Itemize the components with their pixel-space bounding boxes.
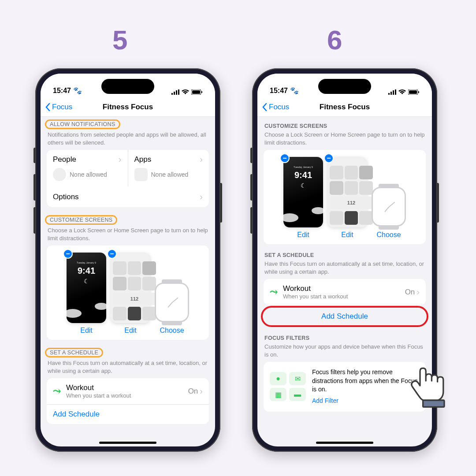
lock-screen-thumb[interactable]: Tuesday, January 9 9:41 ☾ − Edit xyxy=(67,253,106,335)
workout-row[interactable]: ⤳ WorkoutWhen you start a workout On› xyxy=(47,378,209,404)
phone-mockup-5: 15:47🐾 Focus Fitness Focus ALLOW NOTIFIC… xyxy=(35,68,220,452)
workout-row[interactable]: ⤳ WorkoutWhen you start a workout On› xyxy=(264,279,426,305)
remove-icon[interactable]: − xyxy=(107,249,117,259)
watch-icon xyxy=(372,187,406,227)
customize-screens-desc: Choose a Lock Screen or Home Screen page… xyxy=(41,226,215,245)
edit-button[interactable]: Edit xyxy=(67,327,106,335)
focus-filters-desc: Customize how your apps and device behav… xyxy=(257,342,432,362)
svg-rect-7 xyxy=(388,93,390,95)
apps-cell[interactable]: Apps› None allowed xyxy=(128,150,209,186)
options-row[interactable]: Options› xyxy=(47,186,209,207)
remove-icon[interactable]: − xyxy=(324,153,334,163)
svg-rect-9 xyxy=(393,90,394,95)
nav-bar: Focus Fitness Focus xyxy=(257,97,432,117)
highlight-oval: CUSTOMIZE SCREENS xyxy=(45,215,117,225)
chevron-left-icon xyxy=(45,103,50,112)
svg-rect-14 xyxy=(423,400,444,407)
mail-icon: ✉ xyxy=(289,372,306,385)
set-schedule-desc: Have this Focus turn on automatically at… xyxy=(257,259,432,279)
running-icon: ⤳ xyxy=(53,386,61,397)
chevron-right-icon: › xyxy=(119,154,122,164)
home-indicator[interactable] xyxy=(316,442,373,444)
wifi-icon xyxy=(182,89,189,95)
messages-icon: ● xyxy=(270,372,286,385)
svg-rect-13 xyxy=(418,91,419,93)
edit-button[interactable]: Edit xyxy=(111,327,150,335)
nav-bar: Focus Fitness Focus xyxy=(41,97,215,117)
set-schedule-header: SET A SCHEDULE xyxy=(41,340,215,358)
chevron-right-icon: › xyxy=(416,287,420,297)
customize-screens-desc: Choose a Lock Screen or Home Screen page… xyxy=(257,130,432,150)
battery-icon: ▬ xyxy=(289,388,306,401)
step-number-6: 6 xyxy=(327,24,342,56)
add-filter-button[interactable]: Add Filter xyxy=(312,397,420,405)
dynamic-island xyxy=(318,79,371,94)
status-icons xyxy=(171,89,203,95)
svg-rect-6 xyxy=(201,91,202,93)
home-screen-thumb[interactable]: 112 − Edit xyxy=(327,157,367,239)
remove-icon[interactable]: − xyxy=(63,249,73,259)
pointer-hand-icon xyxy=(405,361,454,410)
svg-rect-10 xyxy=(395,89,396,95)
paw-icon: 🐾 xyxy=(73,86,82,95)
screens-card: Tuesday, January 9 9:41 ☾ − Edit 112 xyxy=(264,150,426,244)
svg-rect-3 xyxy=(178,89,179,95)
step-number-5: 5 xyxy=(112,24,127,56)
add-schedule-button[interactable]: Add Schedule xyxy=(263,308,427,325)
set-schedule-desc: Have this Focus turn on automatically at… xyxy=(41,358,215,378)
highlight-oval: SET A SCHEDULE xyxy=(45,348,103,357)
add-schedule-button[interactable]: Add Schedule xyxy=(47,404,209,424)
watch-thumb[interactable]: Choose xyxy=(155,283,189,335)
watch-thumb[interactable]: Choose xyxy=(372,187,406,239)
back-button[interactable]: Focus xyxy=(257,103,289,112)
filter-body: Focus filters help you remove distractio… xyxy=(312,368,418,393)
svg-rect-5 xyxy=(192,90,200,94)
svg-rect-1 xyxy=(174,92,175,95)
running-icon: ⤳ xyxy=(270,286,278,298)
svg-rect-0 xyxy=(171,93,173,95)
svg-rect-12 xyxy=(409,90,417,94)
watch-icon xyxy=(155,283,189,322)
chevron-right-icon: › xyxy=(200,192,203,202)
svg-rect-2 xyxy=(176,90,177,95)
customize-screens-header: CUSTOMIZE SCREENS xyxy=(41,207,215,226)
chevron-right-icon: › xyxy=(200,154,203,164)
app-placeholder xyxy=(134,168,148,181)
chevron-right-icon: › xyxy=(200,386,203,396)
svg-rect-8 xyxy=(390,92,392,95)
dynamic-island xyxy=(101,79,154,94)
filter-icons: ● ✉ ▦ ▬ xyxy=(270,372,306,401)
highlight-oval: ALLOW NOTIFICATIONS xyxy=(45,119,120,129)
edit-button[interactable]: Edit xyxy=(327,231,367,239)
calendar-icon: ▦ xyxy=(270,388,286,401)
home-screen-thumb[interactable]: 112 − Edit xyxy=(111,253,150,335)
home-indicator[interactable] xyxy=(99,442,156,444)
allow-notifications-desc: Notifications from selected people and a… xyxy=(41,130,215,150)
avatar-placeholder xyxy=(53,168,66,181)
customize-screens-header: CUSTOMIZE SCREENS xyxy=(257,115,432,130)
people-cell[interactable]: People› None allowed xyxy=(47,150,128,186)
status-icons xyxy=(388,89,420,95)
back-button[interactable]: Focus xyxy=(41,103,72,112)
choose-button[interactable]: Choose xyxy=(155,327,189,335)
lock-screen-thumb[interactable]: Tuesday, January 9 9:41 ☾ − Edit xyxy=(283,157,323,239)
focus-filters-header: FOCUS FILTERS xyxy=(257,327,432,342)
set-schedule-header: SET A SCHEDULE xyxy=(257,244,432,259)
edit-button[interactable]: Edit xyxy=(283,231,323,239)
remove-icon[interactable]: − xyxy=(280,153,290,163)
screens-card: Tuesday, January 9 9:41 ☾ − Edit 112 xyxy=(47,245,209,340)
cellular-icon xyxy=(171,89,179,95)
focus-filters-card[interactable]: ● ✉ ▦ ▬ Focus filters help you remove di… xyxy=(264,362,426,411)
battery-icon xyxy=(191,89,203,95)
paw-icon: 🐾 xyxy=(290,86,299,95)
choose-button[interactable]: Choose xyxy=(372,231,406,239)
add-schedule-callout: Add Schedule xyxy=(261,306,428,327)
